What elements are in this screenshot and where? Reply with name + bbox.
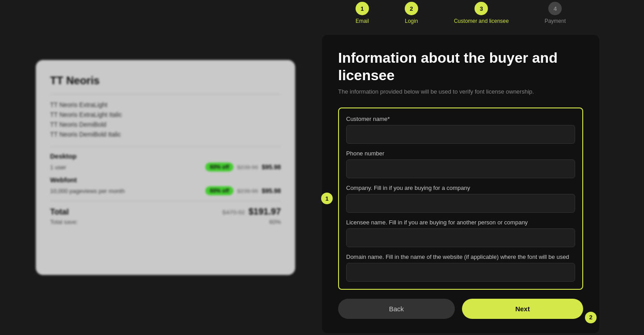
company-input[interactable] <box>346 194 575 213</box>
progress-steps: 1 Email 2 Login 3 Customer and licensee … <box>322 2 599 24</box>
step-label-customer: Customer and licensee <box>454 18 509 24</box>
step-payment: 4 Payment <box>545 2 566 24</box>
font-card-title: TT Neoris <box>50 74 281 87</box>
step-circle-3: 3 <box>475 2 488 15</box>
font-list-item: TT Neoris ExtraLight Italic <box>50 110 281 120</box>
webfont-heading: Webfont <box>50 176 281 184</box>
save-value: 60% <box>269 219 281 225</box>
webfont-pageviews: 10,000 pageviews per month <box>50 188 125 194</box>
licensee-field-group: Licensee name. Fill in if you are buying… <box>346 219 575 247</box>
next-annotation-2: 2 <box>585 312 597 323</box>
step-email: 1 Email <box>356 2 369 24</box>
font-list: TT Neoris ExtraLight TT Neoris ExtraLigh… <box>50 100 281 139</box>
step-label-login: Login <box>405 18 418 24</box>
font-list-item: TT Neoris DemiBold Italic <box>50 129 281 139</box>
company-label: Company. Fill in if you are buying for a… <box>346 185 575 191</box>
desktop-heading: Desktop <box>50 152 281 160</box>
webfont-price: $95.98 <box>262 187 281 194</box>
section-annotation-1: 1 <box>321 193 333 204</box>
step-customer: 3 Customer and licensee <box>454 2 509 24</box>
step-login: 2 Login <box>405 2 418 24</box>
step-label-payment: Payment <box>545 18 566 24</box>
back-button[interactable]: Back <box>338 299 455 319</box>
right-panel: 1 Email 2 Login 3 Customer and licensee … <box>322 2 599 333</box>
step-circle-1: 1 <box>356 2 369 15</box>
form-container: Information about the buyer and licensee… <box>322 35 599 333</box>
step-circle-2: 2 <box>405 2 418 15</box>
desktop-price: $95.98 <box>262 163 281 171</box>
webfont-badge: 60% off <box>205 186 233 195</box>
webfont-license-row: 10,000 pageviews per month 60% off $239.… <box>50 186 281 195</box>
button-row: Back Next 2 <box>338 299 583 319</box>
desktop-badge: 60% off <box>205 163 233 172</box>
form-title: Information about the buyer and licensee <box>338 49 583 84</box>
step-circle-4: 4 <box>548 2 562 15</box>
customer-name-field-group: Customer name* <box>346 116 575 144</box>
desktop-pricing: 60% off $239.96 $95.98 <box>205 163 281 172</box>
form-fields-section: Customer name* Phone number Company. Fil… <box>338 107 583 290</box>
desktop-license-row: 1 user 60% off $239.96 $95.98 <box>50 163 281 172</box>
font-list-item: TT Neoris ExtraLight <box>50 100 281 110</box>
desktop-original-price: $239.96 <box>237 164 258 171</box>
phone-label: Phone number <box>346 150 575 157</box>
total-prices: $479.92 $191.97 <box>222 206 281 217</box>
domain-label: Domain name. Fill in the name of the web… <box>346 253 575 260</box>
font-list-item: TT Neoris DemiBold <box>50 120 281 129</box>
webfont-pricing: 60% off $239.96 $95.98 <box>205 186 281 195</box>
step-label-email: Email <box>356 18 369 24</box>
desktop-users: 1 user <box>50 164 66 171</box>
total-original-price: $479.92 <box>222 209 245 216</box>
webfont-original-price: $239.96 <box>237 188 258 194</box>
total-label: Total <box>50 207 69 217</box>
page-wrapper: TT Neoris TT Neoris ExtraLight TT Neoris… <box>0 0 644 335</box>
save-row: Total save: 60% <box>50 219 281 225</box>
licensee-input[interactable] <box>346 228 575 247</box>
domain-input[interactable] <box>346 263 575 282</box>
font-card: TT Neoris TT Neoris ExtraLight TT Neoris… <box>36 60 295 275</box>
next-button[interactable]: Next <box>462 299 583 319</box>
total-final-price: $191.97 <box>249 206 281 217</box>
save-label: Total save: <box>50 219 78 225</box>
form-section-wrapper: 1 Customer name* Phone number Company. F… <box>338 107 583 290</box>
form-subtitle: The information provided below will be u… <box>338 88 583 95</box>
licensee-label: Licensee name. Fill in if you are buying… <box>346 219 575 226</box>
total-row: Total $479.92 $191.97 <box>50 206 281 217</box>
company-field-group: Company. Fill in if you are buying for a… <box>346 185 575 213</box>
domain-field-group: Domain name. Fill in the name of the web… <box>346 253 575 282</box>
phone-input[interactable] <box>346 159 575 178</box>
phone-field-group: Phone number <box>346 150 575 178</box>
next-button-wrapper: Next 2 <box>462 299 583 319</box>
customer-name-label: Customer name* <box>346 116 575 122</box>
customer-name-input[interactable] <box>346 125 575 144</box>
